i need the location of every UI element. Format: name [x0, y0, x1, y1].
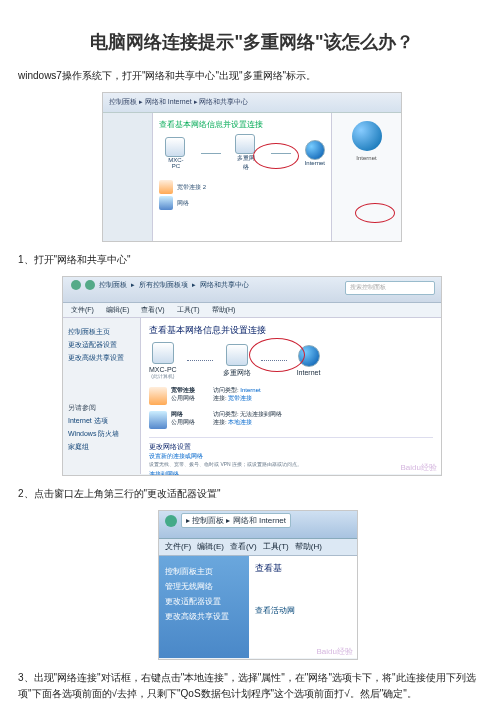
sidebar-inet-options[interactable]: Internet 选项	[68, 416, 135, 426]
sidebar-also: 另请参阅	[68, 403, 135, 413]
value: Internet	[240, 387, 260, 393]
connection-icon	[159, 180, 173, 194]
panel-heading: 查看基本网络信息并设置连接	[159, 119, 325, 130]
sidebar-adapter[interactable]: 更改适配器设置	[68, 340, 135, 350]
highlight-circle	[355, 203, 395, 223]
menu-edit[interactable]: 编辑(E)	[106, 305, 129, 315]
connection-icon	[149, 411, 167, 429]
menu-tool[interactable]: 工具(T)	[177, 305, 200, 315]
row-label: 宽带连接 2	[177, 183, 206, 192]
menu-view[interactable]: 查看(V)	[230, 541, 257, 553]
sidebar-share[interactable]: 更改高级共享设置	[165, 611, 243, 622]
connector	[201, 153, 221, 154]
menubar[interactable]: 文件(F) 编辑(E) 查看(V) 工具(T) 帮助(H)	[63, 303, 441, 318]
sidebar-adapter[interactable]: 更改适配器设置	[165, 596, 243, 607]
sidebar-homegroup[interactable]: 家庭组	[68, 442, 135, 452]
crumb[interactable]: 网络和共享中心	[200, 280, 249, 290]
link[interactable]: 本地连接	[228, 419, 252, 425]
item-title: 网络	[171, 411, 183, 417]
item-title: 宽带连接	[171, 387, 195, 393]
multi-network-icon	[235, 134, 255, 154]
connection-icon	[159, 196, 173, 210]
item-sub: 公用网络	[171, 395, 195, 401]
back-icon[interactable]	[71, 280, 81, 290]
pc-icon	[152, 342, 174, 364]
label: 访问类型:	[213, 411, 239, 417]
search-input[interactable]: 搜索控制面板	[345, 281, 435, 295]
crumb[interactable]: 控制面板	[192, 516, 224, 525]
pc-icon	[165, 137, 185, 157]
forward-icon[interactable]	[85, 280, 95, 290]
step-3-text: 3、出现"网络连接"对话框，右键点击"本地连接"，选择"属性"，在"网络"选项卡…	[18, 670, 486, 702]
menu-file[interactable]: 文件(F)	[165, 541, 191, 553]
sidebar-share[interactable]: 更改高级共享设置	[68, 353, 135, 363]
link-new-connection[interactable]: 设置新的连接或网络	[149, 452, 433, 461]
menu-edit[interactable]: 编辑(E)	[197, 541, 224, 553]
node-net: Internet	[305, 160, 325, 166]
side-label: Internet	[336, 155, 397, 161]
menu-help[interactable]: 帮助(H)	[212, 305, 236, 315]
crumb[interactable]: 控制面板	[99, 280, 127, 290]
crumb[interactable]: 所有控制面板项	[139, 280, 188, 290]
node-pc-sub: (此计算机)	[149, 373, 177, 379]
panel-heading: 查看基本网络信息并设置连接	[149, 324, 433, 337]
globe-icon	[305, 140, 325, 160]
connector	[187, 360, 213, 361]
node-net: Internet	[297, 369, 321, 376]
watermark: Baidu经验	[401, 462, 437, 473]
menu-tool[interactable]: 工具(T)	[263, 541, 289, 553]
link[interactable]: 宽带连接	[228, 395, 252, 401]
menu-view[interactable]: 查看(V)	[141, 305, 164, 315]
side-panel: Internet	[331, 113, 401, 241]
screenshot-2: 控制面板▸ 所有控制面板项▸ 网络和共享中心 搜索控制面板 文件(F) 编辑(E…	[62, 276, 442, 476]
breadcrumb[interactable]: ▸ 控制面板 ▸ 网络和 Internet	[159, 511, 357, 530]
label: 连接:	[213, 395, 227, 401]
node-pc: MXC-PC	[165, 157, 187, 169]
sidebar: 控制面板主页 管理无线网络 更改适配器设置 更改高级共享设置	[159, 556, 249, 658]
sidebar: 控制面板主页 更改适配器设置 更改高级共享设置 另请参阅 Internet 选项…	[63, 318, 141, 474]
link-connect[interactable]: 连接到网络	[149, 470, 433, 476]
row-label: 网络	[177, 199, 189, 208]
screenshot-3: ▸ 控制面板 ▸ 网络和 Internet 文件(F) 编辑(E) 查看(V) …	[158, 510, 358, 660]
value: 无法连接到网络	[240, 411, 282, 417]
item-sub: 公用网络	[171, 419, 195, 425]
crumb[interactable]: 网络和 Internet	[233, 516, 286, 525]
page-title: 电脑网络连接提示"多重网络"该怎么办？	[18, 30, 486, 54]
link-desc: 设置无线、宽带、拨号、临时或 VPN 连接；或设置路由器或访问点。	[149, 461, 433, 467]
globe-icon	[352, 121, 382, 151]
sidebar-firewall[interactable]: Windows 防火墙	[68, 429, 135, 439]
connection-icon	[149, 387, 167, 405]
section-heading: 更改网络设置	[149, 437, 433, 452]
step-1-text: 1、打开"网络和共享中心"	[18, 252, 486, 268]
sidebar-home[interactable]: 控制面板主页	[68, 327, 135, 337]
menu-help[interactable]: 帮助(H)	[295, 541, 322, 553]
breadcrumb: 控制面板 ▸ 网络和 Internet ▸ 网络和共享中心	[103, 93, 401, 113]
step-2-text: 2、点击窗口左上角第三行的"更改适配器设置"	[18, 486, 486, 502]
screenshot-1: 控制面板 ▸ 网络和 Internet ▸ 网络和共享中心 查看基本网络信息并设…	[102, 92, 402, 242]
panel-sub: 查看活动网	[255, 605, 351, 616]
intro-text: windows7操作系统下，打开"网络和共享中心"出现"多重网络"标示。	[18, 68, 486, 84]
label: 连接:	[213, 419, 227, 425]
node-pc: MXC-PC	[149, 366, 177, 373]
label: 访问类型:	[213, 387, 239, 393]
menubar[interactable]: 文件(F) 编辑(E) 查看(V) 工具(T) 帮助(H)	[159, 539, 357, 556]
back-icon[interactable]	[165, 515, 177, 527]
sidebar-home[interactable]: 控制面板主页	[165, 566, 243, 577]
highlight-circle	[253, 143, 299, 169]
highlight-circle	[249, 338, 305, 372]
node-mid: 多重网络	[223, 368, 251, 378]
watermark: Baidu经验	[317, 646, 353, 657]
multi-network-icon	[226, 344, 248, 366]
sidebar-wifi[interactable]: 管理无线网络	[165, 581, 243, 592]
menu-file[interactable]: 文件(F)	[71, 305, 94, 315]
sidebar	[103, 113, 153, 241]
panel-heading: 查看基	[255, 562, 351, 575]
